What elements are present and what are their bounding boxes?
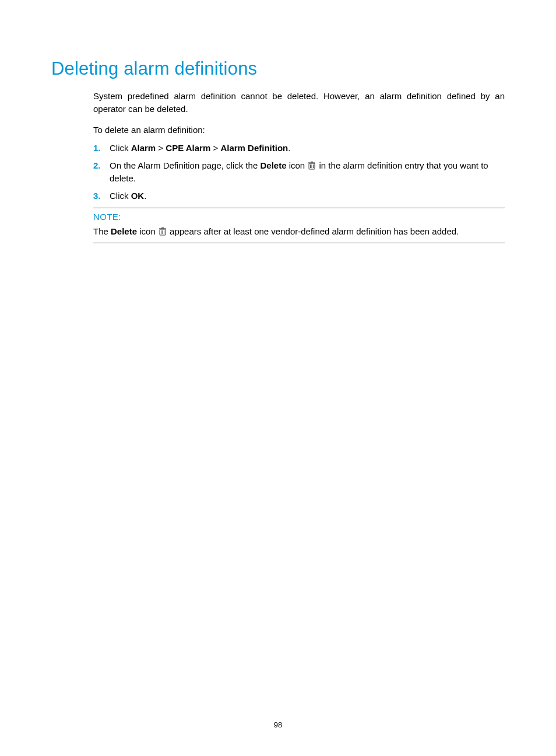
label-ok: OK [131,191,145,201]
note-text: The Delete icon appears after at least o… [93,225,505,238]
svg-rect-10 [159,229,166,230]
step-number: 3. [93,190,101,202]
steps-list: 1. Click Alarm > CPE Alarm > Alarm Defin… [93,142,505,202]
step-number: 1. [93,142,101,155]
svg-rect-5 [311,162,313,163]
lead-paragraph: To delete an alarm definition: [93,124,505,136]
page-number: 98 [0,720,556,729]
svg-rect-11 [161,228,164,229]
page: Deleting alarm definitions System predef… [0,0,556,756]
intro-paragraph: System predefined alarm definition canno… [93,90,505,116]
step-number: 2. [93,159,101,172]
step-3: 3. Click OK. [93,190,505,202]
menu-alarm: Alarm [131,143,156,153]
menu-cpe-alarm: CPE Alarm [166,143,210,153]
step-text: On the Alarm Definition page, click the … [110,160,488,183]
trash-icon [308,160,315,169]
step-text: Click OK. [110,191,146,201]
body-content: System predefined alarm definition canno… [93,90,505,243]
note-label: NOTE: [93,212,505,222]
note-box: NOTE: The Delete icon appears after at l… [93,208,505,243]
step-1: 1. Click Alarm > CPE Alarm > Alarm Defin… [93,142,505,155]
label-delete: Delete [260,160,286,170]
menu-alarm-definition: Alarm Definition [220,143,288,153]
label-delete: Delete [111,226,137,236]
step-text: Click Alarm > CPE Alarm > Alarm Definiti… [110,143,290,153]
heading-deleting-alarm-definitions: Deleting alarm definitions [51,58,505,79]
svg-rect-4 [308,163,315,164]
trash-icon [159,226,166,235]
step-2: 2. On the Alarm Definition page, click t… [93,159,505,185]
